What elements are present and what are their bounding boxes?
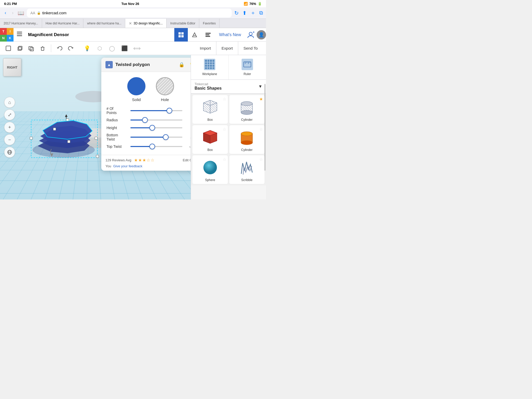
nav-controls: ⌂ ⤢ + − (4, 97, 15, 158)
bottom-twist-label: BottomTwist (107, 133, 127, 141)
panel-title: Twisted polygon (115, 62, 175, 67)
add-user-button[interactable]: + (245, 29, 257, 41)
export-button[interactable]: Export (216, 42, 238, 55)
scribble-label: Scribble (241, 178, 252, 182)
solid-option[interactable]: Solid (127, 77, 145, 102)
bottom-twist-slider[interactable] (130, 135, 182, 140)
orientation-cube[interactable]: RIGHT (3, 58, 21, 76)
back-button[interactable]: ‹ (3, 10, 8, 16)
ruler-button[interactable]: Ruler (229, 55, 266, 79)
panel-lock-button[interactable]: 🔒 (178, 61, 185, 69)
tab-instructable[interactable]: Instructable Editor (167, 19, 199, 28)
header-right: What's New + 👤 (174, 28, 266, 42)
url-prefix: AA (30, 11, 35, 15)
svg-rect-16 (30, 48, 34, 51)
star-badge-box-gray[interactable]: ☆ (223, 97, 226, 102)
whats-new-button[interactable]: What's New (215, 28, 245, 42)
cylinder-orange-label: Cylinder (241, 148, 252, 152)
panel-light-button[interactable]: 💡 (188, 61, 191, 69)
shape-scribble[interactable]: ☆ Scribble (229, 155, 265, 184)
shape-sphere-blue[interactable]: ☆ Sphere (192, 155, 228, 184)
sidebar-scrollbar[interactable] (264, 84, 265, 171)
sliders-area: # OfPoints 9 Radius 1 (101, 104, 191, 155)
star-badge-scribble[interactable]: ☆ (259, 157, 263, 162)
grid-view-button[interactable] (174, 28, 188, 42)
svg-rect-6 (181, 35, 184, 37)
height-slider-row: Height 20 (107, 125, 191, 130)
home-view-button[interactable]: ⌂ (4, 97, 15, 108)
hole-option[interactable]: Hole (156, 77, 174, 102)
mirror-icon[interactable]: ⟺ (131, 43, 143, 54)
new-tab-icon[interactable]: ＋ (250, 9, 256, 16)
browser-bar: ‹ › 📖 AA 🔒 tinkercad.com ↻ ⬆ ＋ ⧉ (0, 7, 266, 19)
workplane-label: Workplane (202, 72, 217, 76)
logo-N: N (0, 35, 7, 42)
battery-level: 76% (249, 2, 256, 6)
workplane-ruler: Workplane Ruler (191, 55, 266, 80)
zoom-in-button[interactable]: + (4, 122, 15, 133)
tab-hurricane2[interactable]: How did Hurricane Har... (42, 19, 84, 28)
hole-circle (156, 77, 174, 95)
you-label: You (105, 164, 111, 168)
points-slider[interactable] (130, 108, 182, 113)
shape-cylinder-orange[interactable]: ☆ Cylinder (229, 125, 265, 154)
zoom-out-button[interactable]: − (4, 134, 15, 145)
fit-view-button[interactable]: ⤢ (4, 109, 15, 120)
svg-rect-32 (68, 140, 70, 143)
top-twist-slider[interactable] (130, 144, 182, 149)
feedback-link[interactable]: Give your feedback (113, 164, 142, 168)
3d-shape[interactable] (16, 76, 114, 159)
perspective-button[interactable] (4, 147, 15, 158)
star-badge-sphere-blue[interactable]: ☆ (223, 157, 226, 162)
forward-button[interactable]: › (10, 10, 15, 16)
import-button[interactable]: Import (195, 42, 216, 55)
codeblocks-button[interactable] (201, 28, 215, 42)
panel-collapse-button[interactable]: ▲ (105, 61, 113, 68)
shape-cylinder-gray[interactable]: ★ Cylinder (229, 95, 265, 124)
tinkercad-logo[interactable]: T I N K (0, 28, 14, 42)
reload-icon[interactable]: ↻ (234, 10, 239, 16)
grid-menu-button[interactable] (14, 31, 25, 38)
star-badge-box-red[interactable]: ☆ (223, 127, 226, 132)
url-bar[interactable]: AA 🔒 tinkercad.com (27, 9, 232, 17)
tab-favorites[interactable]: Favorites (199, 19, 220, 28)
user-avatar[interactable]: 👤 (257, 30, 266, 39)
share-icon[interactable]: ⬆ (242, 10, 247, 16)
workplane-button[interactable]: Workplane (191, 55, 229, 79)
tabs-icon[interactable]: ⧉ (259, 10, 263, 16)
shape-box-gray[interactable]: ☆ Box (192, 95, 228, 124)
svg-point-10 (249, 32, 252, 35)
edit-grid-button[interactable]: Edit Grid (183, 158, 191, 162)
canvas-area[interactable]: RIGHT ⌂ ⤢ + − (0, 55, 191, 200)
library-dropdown-button[interactable]: ▼ (258, 84, 262, 89)
redo-button[interactable] (66, 43, 76, 54)
delete-button[interactable] (37, 43, 48, 54)
cylinder-gray-label: Cylinder (241, 118, 252, 122)
select-tool-button[interactable] (3, 43, 14, 54)
duplicate-button[interactable] (26, 43, 36, 54)
shape-icon[interactable]: ⬡ (94, 43, 105, 54)
star-badge-cylinder-gray[interactable]: ★ (259, 97, 263, 102)
light-icon[interactable]: 💡 (81, 43, 93, 54)
send-to-button[interactable]: Send To (238, 42, 263, 55)
solid-label: Solid (132, 97, 141, 102)
bookmarks-icon[interactable]: 📖 (18, 10, 24, 16)
copy-button[interactable] (15, 43, 25, 54)
snap-icon[interactable]: ⬛ (119, 43, 130, 54)
tab-tinkercad[interactable]: ✕ 3D design Magnific... (125, 19, 167, 28)
tab-close-icon[interactable]: ✕ (129, 21, 132, 25)
shape-box-red[interactable]: ☆ Box (192, 125, 228, 154)
tab-hurricane1[interactable]: 2017 Hurricane Harvey... (0, 19, 42, 28)
sphere-label: Sphere (205, 178, 215, 182)
box-gray-thumb (200, 98, 221, 116)
height-slider[interactable] (130, 125, 182, 130)
svg-point-60 (203, 161, 217, 174)
undo-button[interactable] (54, 43, 65, 54)
tab-hurricane3[interactable]: where did hurricane ha... (83, 19, 125, 28)
radius-slider[interactable] (130, 117, 182, 123)
align-icon[interactable]: ◯ (106, 43, 118, 54)
review-count: 129 Reviews Avg (105, 158, 131, 162)
build-view-button[interactable] (188, 28, 201, 42)
logo-T: T (0, 28, 7, 35)
star-badge-cylinder-orange[interactable]: ☆ (259, 127, 263, 132)
